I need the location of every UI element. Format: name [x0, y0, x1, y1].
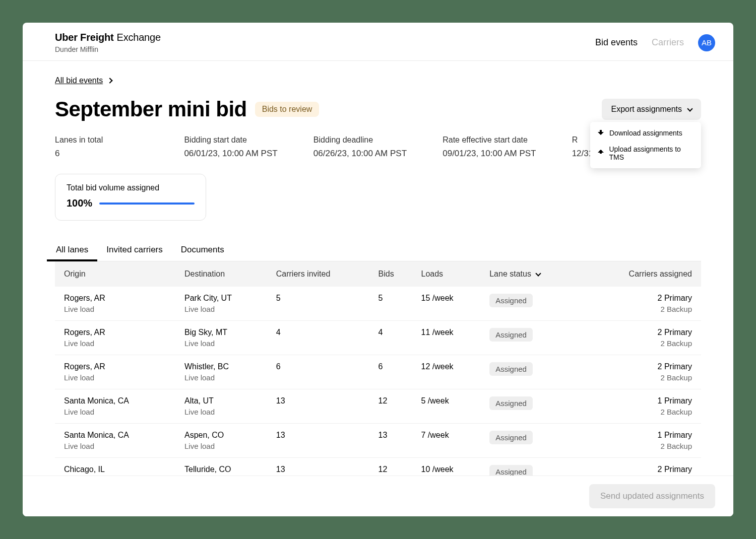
table-row[interactable]: Santa Monica, CALive loadAspen, COLive l… — [55, 424, 701, 458]
brand-light: Exchange — [117, 32, 161, 43]
lane-status-pill: Assigned — [489, 396, 533, 410]
volume-card: Total bid volume assigned 100% — [55, 174, 206, 221]
avatar[interactable]: AB — [698, 34, 715, 51]
dest-type: Live load — [184, 339, 264, 348]
lane-status-pill: Assigned — [489, 362, 533, 376]
primary-count: 1 Primary — [586, 431, 692, 440]
carriers-invited-cell: 5 — [270, 287, 372, 321]
topbar: Uber Freight Exchange Dunder Mifflin Bid… — [23, 23, 733, 61]
dest-city: Whistler, BC — [184, 362, 264, 371]
app-frame: Uber Freight Exchange Dunder Mifflin Bid… — [23, 23, 733, 516]
export-assignments-button[interactable]: Export assignments — [602, 99, 701, 120]
primary-count: 2 Primary — [586, 328, 692, 337]
th-bids[interactable]: Bids — [372, 261, 415, 287]
deadline-label: Bidding deadline — [313, 136, 443, 145]
lane-status-pill: Assigned — [489, 294, 533, 307]
nav-carriers[interactable]: Carriers — [652, 37, 684, 48]
bids-cell: 13 — [372, 424, 415, 458]
chevron-down-icon — [687, 106, 692, 111]
brand: Uber Freight Exchange Dunder Mifflin — [55, 32, 161, 53]
origin-type: Live load — [64, 339, 172, 348]
origin-type: Live load — [64, 373, 172, 382]
th-carriers-invited[interactable]: Carriers invited — [270, 261, 372, 287]
dropdown-upload-label: Upload assignments to TMS — [609, 145, 694, 161]
bids-cell: 4 — [372, 321, 415, 355]
table-row[interactable]: Rogers, ARLive loadBig Sky, MTLive load4… — [55, 321, 701, 355]
th-loads[interactable]: Loads — [415, 261, 484, 287]
origin-city: Rogers, AR — [64, 328, 172, 337]
start-date-label: Bidding start date — [184, 136, 313, 145]
primary-count: 2 Primary — [586, 362, 692, 371]
origin-city: Rogers, AR — [64, 294, 172, 303]
carriers-invited-cell: 13 — [270, 424, 372, 458]
dest-type: Live load — [184, 442, 264, 450]
lane-status-pill: Assigned — [489, 328, 533, 342]
primary-count: 2 Primary — [586, 465, 692, 474]
th-origin[interactable]: Origin — [55, 261, 178, 287]
rate-start-value: 09/01/23, 10:00 AM PST — [443, 149, 572, 159]
volume-percent: 100% — [67, 197, 92, 209]
dropdown-download-assignments[interactable]: Download assignments — [590, 125, 701, 141]
start-date-value: 06/01/23, 10:00 AM PST — [184, 149, 313, 159]
brand-sub: Dunder Mifflin — [55, 45, 161, 53]
primary-count: 2 Primary — [586, 294, 692, 303]
page-title: September mini bid — [55, 97, 247, 121]
table-row[interactable]: Rogers, ARLive loadPark City, UTLive loa… — [55, 287, 701, 321]
th-carriers-assigned[interactable]: Carriers assigned — [580, 261, 701, 287]
dest-type: Live load — [184, 305, 264, 313]
dest-city: Big Sky, MT — [184, 328, 264, 337]
th-lane-status-label: Lane status — [489, 270, 531, 279]
dest-city: Telluride, CO — [184, 465, 264, 474]
status-chip: Bids to review — [255, 102, 320, 117]
lanes-total-value: 6 — [55, 149, 184, 159]
bids-cell: 5 — [372, 287, 415, 321]
dropdown-upload-tms[interactable]: Upload assignments to TMS — [590, 141, 701, 165]
bids-cell: 12 — [372, 389, 415, 424]
dest-city: Aspen, CO — [184, 431, 264, 440]
origin-city: Rogers, AR — [64, 362, 172, 371]
tab-all-lanes[interactable]: All lanes — [55, 239, 89, 261]
carriers-invited-cell: 4 — [270, 321, 372, 355]
volume-bar — [99, 203, 195, 205]
bids-cell: 6 — [372, 355, 415, 389]
tabs: All lanes Invited carriers Documents — [55, 239, 701, 261]
loads-cell: 7 /week — [415, 424, 484, 458]
carriers-invited-cell: 6 — [270, 355, 372, 389]
origin-city: Santa Monica, CA — [64, 431, 172, 440]
footer: Send updated assignments — [23, 476, 733, 516]
tab-documents[interactable]: Documents — [180, 239, 225, 261]
dest-type: Live load — [184, 373, 264, 382]
dest-city: Alta, UT — [184, 396, 264, 406]
chevron-down-icon — [535, 271, 541, 276]
upload-icon — [597, 150, 604, 157]
nav-bid-events[interactable]: Bid events — [595, 37, 638, 48]
export-dropdown: Download assignments Upload assignments … — [590, 122, 701, 168]
backup-count: 2 Backup — [586, 442, 692, 450]
lanes-table: Origin Destination Carriers invited Bids… — [55, 261, 701, 492]
export-button-label: Export assignments — [611, 105, 682, 114]
brand-bold: Uber Freight — [55, 32, 114, 43]
backup-count: 2 Backup — [586, 408, 692, 416]
loads-cell: 12 /week — [415, 355, 484, 389]
tab-invited-carriers[interactable]: Invited carriers — [105, 239, 163, 261]
primary-count: 1 Primary — [586, 396, 692, 406]
origin-city: Santa Monica, CA — [64, 396, 172, 406]
breadcrumb-link[interactable]: All bid events — [55, 76, 103, 85]
th-destination[interactable]: Destination — [178, 261, 270, 287]
origin-type: Live load — [64, 408, 172, 416]
origin-type: Live load — [64, 442, 172, 450]
backup-count: 2 Backup — [586, 373, 692, 382]
table-row[interactable]: Santa Monica, CALive loadAlta, UTLive lo… — [55, 389, 701, 424]
origin-type: Live load — [64, 305, 172, 313]
dest-city: Park City, UT — [184, 294, 264, 303]
breadcrumb: All bid events — [55, 76, 701, 85]
loads-cell: 15 /week — [415, 287, 484, 321]
send-assignments-button[interactable]: Send updated assignments — [589, 484, 715, 508]
deadline-value: 06/26/23, 10:00 AM PST — [313, 149, 443, 159]
dest-type: Live load — [184, 408, 264, 416]
content: All bid events September mini bid Bids t… — [23, 61, 733, 516]
th-lane-status[interactable]: Lane status — [483, 261, 580, 287]
topnav: Bid events Carriers AB — [595, 34, 715, 51]
table-row[interactable]: Rogers, ARLive loadWhistler, BCLive load… — [55, 355, 701, 389]
rate-start-label: Rate effective start date — [443, 136, 572, 145]
